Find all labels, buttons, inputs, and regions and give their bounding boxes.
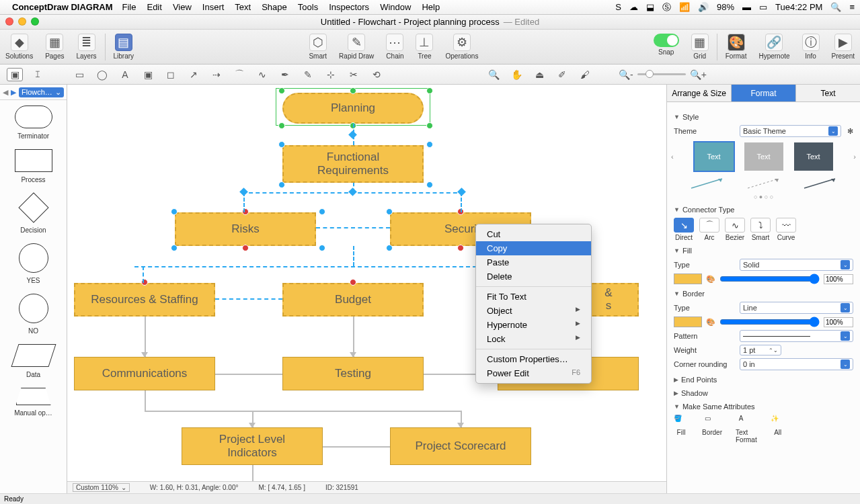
section-style[interactable]: Style [674,113,853,121]
corner-rounding-select[interactable]: 0 in⌄ [740,358,853,370]
wifi-icon[interactable]: 📶 [679,2,690,12]
battery-pct[interactable]: 98% [717,2,734,12]
format-button[interactable]: 🎨Format [726,34,747,60]
theme-pager[interactable]: ○ ● ○ ○ [674,194,853,200]
zoom-slider[interactable]: 🔍- 🔍+ [619,69,707,80]
flag-icon[interactable]: ▭ [759,2,767,12]
arrow-style-1[interactable] [689,176,726,191]
sel-handle[interactable] [242,245,249,251]
cloud-icon[interactable]: ☁ [629,2,638,12]
menu-window[interactable]: Window [380,2,411,12]
crop-tool[interactable]: ✂ [346,68,362,81]
sel-handle[interactable] [171,208,178,215]
stencil-back-button[interactable]: ◀ [3,88,8,97]
chain-button[interactable]: ⋯Chain [386,34,403,60]
sel-handle[interactable] [278,181,285,188]
solutions-button[interactable]: ◆Solutions [5,34,33,60]
sel-handle[interactable] [278,141,285,148]
theme-sample-3[interactable]: Text [794,142,833,171]
conn-smart[interactable]: ⤵Smart [750,218,771,241]
stencil-decision[interactable]: Decision [3,193,64,234]
stencil-data[interactable]: Data [3,344,64,378]
zoom-combo[interactable]: Custom 110%⌄ [73,483,130,492]
textbox-tool[interactable]: ▣ [140,68,156,81]
ctx-cut[interactable]: Cut [476,227,591,241]
tree-button[interactable]: ⊥Tree [416,34,433,60]
stencil-terminator[interactable]: Terminator [3,106,64,140]
notification-center-icon[interactable]: ≡ [849,2,855,12]
battery-icon[interactable]: ▬ [742,2,751,12]
volume-icon[interactable]: 🔊 [698,2,709,12]
present-button[interactable]: ▶Present [832,34,855,60]
theme-select[interactable]: Basic Theme⌄ [740,125,841,137]
day[interactable]: Tue [775,2,790,12]
connector[interactable] [323,446,390,448]
msa-text-format[interactable]: AText Format [736,415,757,444]
menu-file[interactable]: File [122,2,136,12]
sel-handle[interactable] [171,245,178,251]
border-colorwheel-icon[interactable]: 🎨 [706,318,715,327]
pointer-tool[interactable]: ▣ [7,68,23,81]
stencil-process[interactable]: Process [3,149,64,183]
menu-view[interactable]: View [173,2,192,12]
ctx-object[interactable]: Object [476,304,591,318]
app-name[interactable]: ConceptDraw DIAGRAM [12,2,113,12]
section-make-same[interactable]: Make Same Attributes [674,403,853,411]
fill-colorwheel-icon[interactable]: 🎨 [706,275,715,284]
text-cursor-tool[interactable]: 𝙸 [30,68,46,81]
node-resources[interactable]: Resources & Staffing [74,283,215,317]
node-testing[interactable]: Testing [282,357,424,390]
arc-tool[interactable]: ⌒ [231,68,247,81]
ctx-paste[interactable]: Paste [476,255,591,269]
ctx-lock[interactable]: Lock [476,332,591,346]
pattern-select[interactable]: ⌄ [740,330,853,342]
theme-options-icon[interactable]: ✻ [847,127,853,136]
sel-handle[interactable] [426,122,433,129]
msa-border[interactable]: ▭Border [702,415,722,444]
sel-handle[interactable] [457,245,464,251]
fill-color-swatch[interactable] [674,274,702,284]
ctx-delete[interactable]: Delete [476,269,591,284]
theme-sample-2[interactable]: Text [744,142,783,171]
sel-handle[interactable] [319,208,325,215]
snap-button[interactable]: Snap [654,34,679,60]
connector[interactable] [145,411,461,412]
tab-arrange[interactable]: Arrange & Size [667,85,732,101]
stencil-dropdown[interactable]: Flowch…⌄ [19,87,64,97]
connector[interactable] [353,246,354,266]
section-endpoints[interactable]: End Points [674,376,853,384]
conn-curve[interactable]: 〰Curve [776,218,796,241]
conn-direct[interactable]: ↘Direct [674,218,694,241]
zoom-tool[interactable]: 🔍 [485,68,502,81]
window-close-buttonates[interactable] [5,17,13,26]
node-comms[interactable]: Communications [74,357,215,390]
smart-button[interactable]: ⬡Smart [309,34,327,60]
ctx-power-edit[interactable]: Power EditF6 [476,366,591,380]
sel-handle[interactable] [319,245,325,251]
node-planning[interactable]: Planning [282,93,424,124]
ctx-fit-to-text[interactable]: Fit To Text [476,290,591,304]
menu-help[interactable]: Help [422,2,440,12]
skype-icon[interactable]: Ⓢ [662,1,671,13]
info-button[interactable]: ⓘInfo [802,34,820,60]
connector[interactable] [145,317,146,357]
zoom-in-icon[interactable]: 🔍+ [690,69,707,80]
status-icon[interactable]: S [615,2,621,12]
section-fill[interactable]: Fill [674,247,853,255]
border-opacity-input[interactable] [824,317,853,327]
sel-handle[interactable] [386,208,393,215]
canvas[interactable]: Planning Functional Requirements Risks S… [67,85,666,481]
section-border[interactable]: Border [674,290,853,298]
connector[interactable] [215,374,282,375]
connector[interactable] [353,317,354,357]
fill-opacity-slider[interactable] [719,274,820,284]
menu-inspectors[interactable]: Inspectors [329,2,369,12]
node-pli[interactable]: Project Level Indicators [182,427,323,465]
text-tool[interactable]: A [117,68,133,81]
sel-handle[interactable] [278,87,285,94]
theme-next[interactable]: › [853,153,856,161]
conn-bezier[interactable]: ∿Bezier [725,218,745,241]
node-risks[interactable]: Risks [175,212,316,246]
hypernote-button[interactable]: 🔗Hypernote [758,34,789,60]
freehand-tool[interactable]: ✎ [300,68,316,81]
